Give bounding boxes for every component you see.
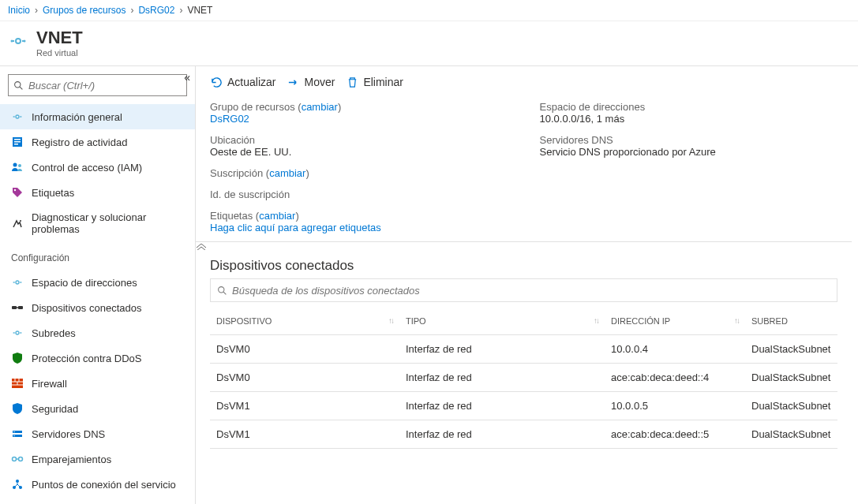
property-value-link[interactable]: Haga clic aquí para agregar etiquetas — [210, 222, 508, 233]
sort-icon: ↑↓ — [388, 316, 393, 325]
devices-title: Dispositivos conectados — [196, 252, 852, 278]
sidebar-item-tags[interactable]: Etiquetas — [0, 180, 195, 205]
th-device[interactable]: DISPOSITIVO↑↓ — [210, 316, 399, 326]
move-label: Mover — [304, 76, 335, 88]
property: Id. de suscripción — [210, 189, 508, 200]
svg-point-0 — [11, 40, 13, 43]
tag-icon — [11, 186, 24, 199]
subnet-icon — [11, 327, 24, 339]
property-value-link[interactable]: DsRG02 — [210, 113, 508, 125]
security-icon — [11, 402, 24, 415]
sidebar-collapse-icon[interactable]: « — [184, 71, 190, 84]
sidebar-item-connected[interactable]: Dispositivos conectados — [0, 295, 195, 320]
property: Grupo de recursos (cambiar)DsRG02 — [210, 101, 508, 125]
sidebar-item-activity[interactable]: Registro de actividad — [0, 129, 195, 155]
cell-type: Interfaz de red — [399, 400, 605, 412]
svg-point-11 — [20, 220, 21, 222]
move-icon — [287, 76, 299, 88]
properties: Grupo de recursos (cambiar)DsRG02Ubicaci… — [196, 98, 852, 241]
property-label: Ubicación — [210, 134, 508, 146]
breadcrumb-item[interactable]: Inicio — [8, 5, 30, 16]
change-link[interactable]: cambiar — [302, 101, 338, 113]
sidebar-item-label: Información general — [32, 111, 184, 123]
sidebar-item-iam[interactable]: Control de acceso (IAM) — [0, 155, 195, 180]
sidebar-item-subnets[interactable]: Subredes — [0, 320, 195, 345]
page-title: VNET — [36, 28, 83, 48]
sidebar-search[interactable] — [8, 74, 187, 96]
svg-rect-12 — [12, 306, 17, 309]
cell-ip: 10.0.0.5 — [605, 400, 745, 412]
table-row[interactable]: DsVM0Interfaz de red10.0.0.4DualStackSub… — [210, 335, 837, 364]
th-subnet[interactable]: SUBRED — [745, 316, 837, 326]
sidebar-item-addrspace[interactable]: Espacio de direcciones — [0, 270, 195, 295]
sidebar-item-ddos[interactable]: Protección contra DDoS — [0, 345, 195, 371]
addr-icon — [11, 276, 24, 289]
sidebar-item-label: Servidores DNS — [32, 428, 184, 440]
properties-collapse[interactable] — [196, 241, 852, 252]
devices-search-input[interactable] — [232, 285, 830, 297]
devices-search[interactable] — [210, 278, 837, 302]
cell-type: Interfaz de red — [399, 343, 605, 355]
change-link[interactable]: cambiar — [259, 210, 295, 222]
svg-rect-7 — [14, 144, 18, 145]
cell-subnet: DualStackSubnet — [745, 400, 837, 412]
property-label: Espacio de direcciones — [540, 101, 838, 113]
svg-point-8 — [13, 163, 17, 167]
sidebar: « Información generalRegistro de activid… — [0, 66, 196, 504]
sidebar-item-label: Espacio de direcciones — [32, 277, 184, 289]
svg-rect-5 — [14, 139, 21, 140]
delete-button[interactable]: Eliminar — [346, 76, 403, 88]
change-link[interactable]: cambiar — [269, 167, 305, 179]
search-icon — [13, 80, 24, 91]
cell-ip: ace:cab:deca:deed::4 — [605, 371, 745, 383]
property: Etiquetas (cambiar)Haga clic aquí para a… — [210, 210, 508, 233]
breadcrumbs: Inicio›Grupos de recursos›DsRG02›VNET — [0, 0, 858, 21]
page-subtitle: Red virtual — [36, 48, 83, 58]
log-icon — [11, 136, 24, 148]
sidebar-item-label: Etiquetas — [32, 187, 184, 199]
svg-rect-6 — [14, 141, 21, 143]
move-button[interactable]: Mover — [287, 76, 335, 88]
property-label: Servidores DNS — [540, 134, 838, 146]
table-header: DISPOSITIVO↑↓ TIPO↑↓ DIRECCIÓN IP↑↓ SUBR… — [210, 307, 837, 335]
peer-icon — [11, 453, 24, 465]
table-row[interactable]: DsVM1Interfaz de red10.0.0.5DualStackSub… — [210, 392, 837, 420]
property-label: Suscripción (cambiar) — [210, 167, 508, 179]
table-row[interactable]: DsVM1Interfaz de redace:cab:deca:deed::5… — [210, 420, 837, 449]
sidebar-item-endpoints[interactable]: Puntos de conexión del servicio — [0, 472, 195, 497]
sidebar-item-overview[interactable]: Información general — [0, 104, 195, 129]
breadcrumb-item[interactable]: DsRG02 — [138, 5, 174, 16]
sidebar-item-label: Registro de actividad — [32, 136, 184, 148]
refresh-label: Actualizar — [227, 76, 275, 88]
sidebar-item-firewall[interactable]: Firewall — [0, 371, 195, 396]
svg-point-10 — [14, 189, 16, 191]
sidebar-item-dns[interactable]: Servidores DNS — [0, 421, 195, 446]
sidebar-item-label: Emparejamientos — [32, 454, 184, 465]
sidebar-item-peerings[interactable]: Emparejamientos — [0, 446, 195, 472]
delete-label: Eliminar — [363, 76, 403, 88]
sidebar-item-label: Puntos de conexión del servicio — [32, 479, 184, 491]
sidebar-item-security[interactable]: Seguridad — [0, 396, 195, 421]
sidebar-item-diag[interactable]: Diagnosticar y solucionar problemas — [0, 205, 195, 241]
property-value: Oeste de EE. UU. — [210, 146, 508, 158]
cell-device: DsVM1 — [210, 400, 399, 412]
cell-ip: 10.0.0.4 — [605, 343, 745, 355]
shield-icon — [11, 352, 24, 364]
search-icon — [217, 286, 227, 296]
search-input[interactable] — [28, 80, 182, 91]
sidebar-item-label: Protección contra DDoS — [32, 353, 184, 364]
firewall-icon — [11, 377, 24, 390]
cell-subnet: DualStackSubnet — [745, 371, 837, 383]
svg-point-25 — [13, 457, 17, 461]
breadcrumb-item[interactable]: Grupos de recursos — [43, 5, 126, 16]
th-type[interactable]: TIPO↑↓ — [399, 316, 605, 326]
svg-point-31 — [219, 286, 224, 292]
property-value: 10.0.0.0/16, 1 más — [540, 113, 838, 125]
property-label: Grupo de recursos (cambiar) — [210, 101, 508, 113]
th-ip[interactable]: DIRECCIÓN IP↑↓ — [605, 316, 745, 326]
sidebar-item-label: Subredes — [32, 327, 184, 339]
breadcrumb-item: VNET — [187, 5, 212, 16]
refresh-button[interactable]: Actualizar — [210, 76, 275, 88]
property-label: Id. de suscripción — [210, 189, 508, 200]
table-row[interactable]: DsVM0Interfaz de redace:cab:deca:deed::4… — [210, 364, 837, 392]
